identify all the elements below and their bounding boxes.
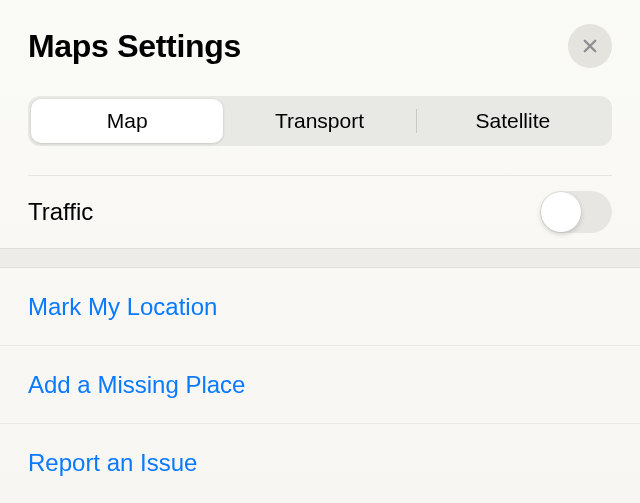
traffic-label: Traffic	[28, 198, 93, 226]
segment-transport-label: Transport	[275, 109, 364, 133]
report-an-issue-row[interactable]: Report an Issue	[0, 424, 640, 502]
add-missing-place-label: Add a Missing Place	[28, 371, 245, 399]
segment-transport[interactable]: Transport	[223, 99, 415, 143]
segment-satellite-label: Satellite	[475, 109, 550, 133]
mark-my-location-label: Mark My Location	[28, 293, 217, 321]
close-icon	[581, 37, 599, 55]
segment-map-label: Map	[107, 109, 148, 133]
toggle-knob	[541, 192, 581, 232]
mark-my-location-row[interactable]: Mark My Location	[0, 268, 640, 346]
segment-map[interactable]: Map	[31, 99, 223, 143]
maps-settings-panel: Maps Settings Map Transport Satellite Tr…	[0, 0, 640, 503]
divider	[28, 158, 612, 176]
page-title: Maps Settings	[28, 28, 241, 65]
section-separator	[0, 248, 640, 268]
add-missing-place-row[interactable]: Add a Missing Place	[0, 346, 640, 424]
map-type-segmented-control[interactable]: Map Transport Satellite	[28, 96, 612, 146]
report-an-issue-label: Report an Issue	[28, 449, 197, 477]
close-button[interactable]	[568, 24, 612, 68]
segment-satellite[interactable]: Satellite	[417, 99, 609, 143]
header: Maps Settings	[0, 0, 640, 86]
traffic-row: Traffic	[0, 176, 640, 248]
traffic-toggle[interactable]	[540, 191, 612, 233]
